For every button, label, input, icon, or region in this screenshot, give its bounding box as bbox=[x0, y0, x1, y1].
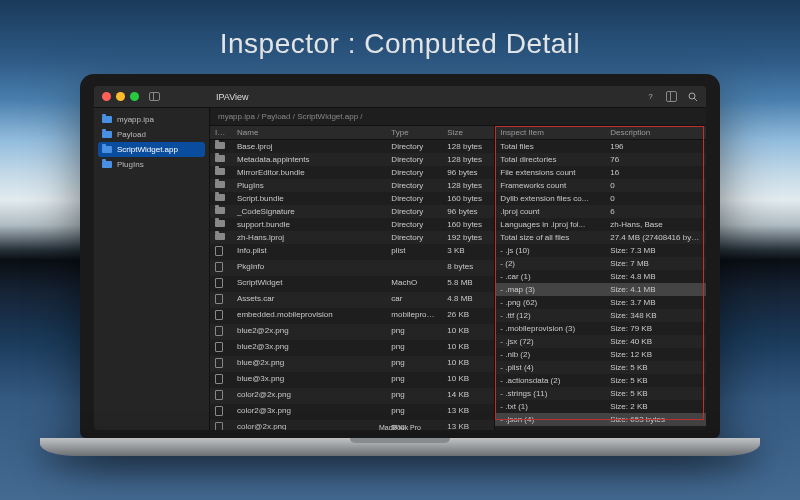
table-row[interactable]: color@2x.pngpng13 KB bbox=[210, 420, 494, 430]
inspector-row[interactable]: - .plist (4)Size: 5 KB bbox=[495, 361, 706, 374]
inspector-row[interactable]: File extensions count16 bbox=[495, 166, 706, 179]
sidebar-item[interactable]: Payload bbox=[94, 127, 209, 142]
table-row[interactable]: Assets.carcar4.8 MB bbox=[210, 292, 494, 308]
inspector-row[interactable]: .lproj count6 bbox=[495, 205, 706, 218]
inspector-row[interactable]: Frameworks count0 bbox=[495, 179, 706, 192]
folder-icon bbox=[215, 142, 225, 149]
col-name[interactable]: Name bbox=[232, 126, 386, 139]
laptop-base bbox=[40, 438, 760, 456]
file-name: Assets.car bbox=[232, 292, 386, 308]
file-name: color@2x.png bbox=[232, 420, 386, 430]
sidebar-item-label: Payload bbox=[117, 130, 146, 139]
inspector-row[interactable]: Total directories76 bbox=[495, 153, 706, 166]
inspector-row[interactable]: - .png (62)Size: 3.7 MB bbox=[495, 296, 706, 309]
table-row[interactable]: PkgInfo8 bytes bbox=[210, 260, 494, 276]
document-icon bbox=[215, 390, 223, 400]
inspector-header: Inspect Item Description bbox=[495, 126, 706, 140]
inspector-row[interactable]: - .map (3)Size: 4.1 MB bbox=[495, 283, 706, 296]
file-type: plist bbox=[386, 244, 442, 260]
inspector-row[interactable]: Dylib extension files co...0 bbox=[495, 192, 706, 205]
inspect-value: 196 bbox=[605, 140, 706, 153]
inspect-value: Size: 4.1 MB bbox=[605, 283, 706, 296]
table-row[interactable]: color2@2x.pngpng14 KB bbox=[210, 388, 494, 404]
col-description[interactable]: Description bbox=[605, 126, 706, 139]
sidebar-item[interactable]: myapp.ipa bbox=[94, 112, 209, 127]
inspect-key: File extensions count bbox=[495, 166, 605, 179]
inspect-key: - .txt (1) bbox=[495, 400, 605, 413]
table-row[interactable]: _CodeSignatureDirectory96 bytes bbox=[210, 205, 494, 218]
file-type: png bbox=[386, 372, 442, 388]
inspector-row[interactable]: - .actionsdata (2)Size: 5 KB bbox=[495, 374, 706, 387]
inspect-value: 6 bbox=[605, 205, 706, 218]
table-row[interactable]: blue2@3x.pngpng10 KB bbox=[210, 340, 494, 356]
folder-icon bbox=[215, 155, 225, 162]
search-icon[interactable] bbox=[687, 91, 698, 102]
inspector-row[interactable]: - .json (4)Size: 653 bytes bbox=[495, 413, 706, 426]
table-row[interactable]: blue@2x.pngpng10 KB bbox=[210, 356, 494, 372]
file-size: 160 bytes bbox=[442, 218, 494, 231]
table-row[interactable]: Base.lprojDirectory128 bytes bbox=[210, 140, 494, 153]
inspect-value: Size: 40 KB bbox=[605, 335, 706, 348]
inspector-row[interactable]: Languages in .lproj fol...zh-Hans, Base bbox=[495, 218, 706, 231]
folder-icon bbox=[102, 161, 112, 168]
minimize-icon[interactable] bbox=[116, 92, 125, 101]
inspector-row[interactable]: - .js (10)Size: 7.3 MB bbox=[495, 244, 706, 257]
table-row[interactable]: blue2@2x.pngpng10 KB bbox=[210, 324, 494, 340]
col-type[interactable]: Type bbox=[386, 126, 442, 139]
col-icon[interactable]: Icon bbox=[210, 126, 232, 139]
folder-icon bbox=[215, 207, 225, 214]
table-row[interactable]: embedded.mobileprovisionmobileprovision2… bbox=[210, 308, 494, 324]
table-row[interactable]: Info.plistplist3 KB bbox=[210, 244, 494, 260]
sidebar-item[interactable]: ScriptWidget.app bbox=[98, 142, 205, 157]
inspector-row[interactable]: - .txt (1)Size: 2 KB bbox=[495, 400, 706, 413]
svg-point-0 bbox=[689, 93, 695, 99]
inspector-row[interactable]: - .jsx (72)Size: 40 KB bbox=[495, 335, 706, 348]
inspector-row[interactable]: - .car (1)Size: 4.8 MB bbox=[495, 270, 706, 283]
inspector-row[interactable]: - (2)Size: 7 MB bbox=[495, 257, 706, 270]
inspector-row[interactable]: - .ttf (12)Size: 348 KB bbox=[495, 309, 706, 322]
inspect-key: - .jsx (72) bbox=[495, 335, 605, 348]
inspect-key: - .ttf (12) bbox=[495, 309, 605, 322]
table-row[interactable]: MirrorEditor.bundleDirectory96 bytes bbox=[210, 166, 494, 179]
folder-icon bbox=[215, 233, 225, 240]
table-row[interactable]: Metadata.appintentsDirectory128 bytes bbox=[210, 153, 494, 166]
table-row[interactable]: PlugInsDirectory128 bytes bbox=[210, 179, 494, 192]
table-row[interactable]: zh-Hans.lprojDirectory192 bytes bbox=[210, 231, 494, 244]
inspector-row[interactable]: - .html (1)Size: 521 bytes bbox=[495, 426, 706, 430]
page-title: Inspector : Computed Detail bbox=[220, 28, 581, 60]
table-row[interactable]: blue@3x.pngpng10 KB bbox=[210, 372, 494, 388]
inspect-value: Size: 3.7 MB bbox=[605, 296, 706, 309]
inspect-key: .lproj count bbox=[495, 205, 605, 218]
col-size[interactable]: Size bbox=[442, 126, 494, 139]
inspector-row[interactable]: - .nib (2)Size: 12 KB bbox=[495, 348, 706, 361]
inspector-row[interactable]: - .strings (11)Size: 5 KB bbox=[495, 387, 706, 400]
inspect-key: - .plist (4) bbox=[495, 361, 605, 374]
inspect-key: Frameworks count bbox=[495, 179, 605, 192]
table-row[interactable]: color2@3x.pngpng13 KB bbox=[210, 404, 494, 420]
sidebar-item[interactable]: PlugIns bbox=[94, 157, 209, 172]
table-row[interactable]: Script.bundleDirectory160 bytes bbox=[210, 192, 494, 205]
sidebar-toggle-icon[interactable] bbox=[149, 92, 160, 101]
file-size: 128 bytes bbox=[442, 153, 494, 166]
breadcrumb: myapp.ipa / Payload / ScriptWidget.app / bbox=[210, 108, 706, 126]
inspect-value: 16 bbox=[605, 166, 706, 179]
inspector-row[interactable]: - .mobileprovision (3)Size: 79 KB bbox=[495, 322, 706, 335]
folder-icon bbox=[215, 220, 225, 227]
file-type bbox=[386, 260, 442, 276]
help-icon[interactable]: ? bbox=[645, 91, 656, 102]
file-name: zh-Hans.lproj bbox=[232, 231, 386, 244]
close-icon[interactable] bbox=[102, 92, 111, 101]
inspect-value: Size: 5 KB bbox=[605, 374, 706, 387]
table-row[interactable]: ScriptWidgetMachO5.8 MB bbox=[210, 276, 494, 292]
col-inspect-item[interactable]: Inspect Item bbox=[495, 126, 605, 139]
document-icon bbox=[215, 294, 223, 304]
inspector-row[interactable]: Total files196 bbox=[495, 140, 706, 153]
inspector-row[interactable]: Total size of all files27.4 MB (27408416… bbox=[495, 231, 706, 244]
zoom-icon[interactable] bbox=[130, 92, 139, 101]
folder-icon bbox=[102, 146, 112, 153]
file-size: 10 KB bbox=[442, 324, 494, 340]
table-row[interactable]: support.bundleDirectory160 bytes bbox=[210, 218, 494, 231]
sidebar: myapp.ipaPayloadScriptWidget.appPlugIns bbox=[94, 108, 210, 430]
inspector-toggle-icon[interactable] bbox=[666, 91, 677, 102]
inspect-value: 0 bbox=[605, 192, 706, 205]
